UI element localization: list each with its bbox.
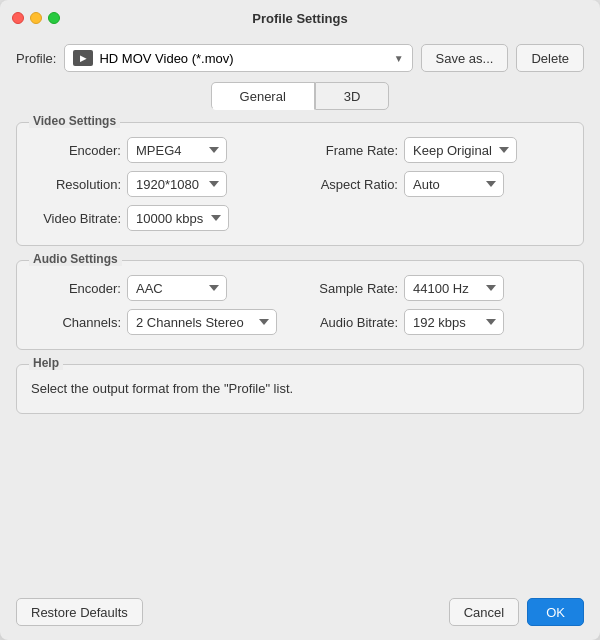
profile-value: HD MOV Video (*.mov) [99, 51, 233, 66]
audio-settings-title: Audio Settings [29, 252, 122, 266]
video-bitrate-select[interactable]: 10000 kbps [127, 205, 229, 231]
restore-defaults-button[interactable]: Restore Defaults [16, 598, 143, 626]
chevron-down-icon: ▼ [394, 53, 404, 64]
minimize-button[interactable] [30, 12, 42, 24]
resolution-select[interactable]: 1920*1080 [127, 171, 227, 197]
sample-rate-select[interactable]: 44100 Hz [404, 275, 504, 301]
cancel-button[interactable]: Cancel [449, 598, 519, 626]
encoder-label: Encoder: [31, 143, 121, 158]
footer-right: Cancel OK [449, 598, 584, 626]
encoder-row: Encoder: MPEG4 [31, 137, 292, 163]
audio-settings-section: Audio Settings Encoder: AAC Sample Rate:… [16, 260, 584, 350]
video-settings-grid: Encoder: MPEG4 Frame Rate: Keep Original… [31, 137, 569, 231]
save-as-button[interactable]: Save as... [421, 44, 509, 72]
titlebar: Profile Settings [0, 0, 600, 36]
frame-rate-label: Frame Rate: [308, 143, 398, 158]
content-area: Profile: ▶ HD MOV Video (*.mov) ▼ Save a… [0, 36, 600, 588]
frame-rate-select[interactable]: Keep Original [404, 137, 517, 163]
sample-rate-row: Sample Rate: 44100 Hz [308, 275, 569, 301]
video-settings-title: Video Settings [29, 114, 120, 128]
audio-bitrate-select[interactable]: 192 kbps [404, 309, 504, 335]
frame-rate-row: Frame Rate: Keep Original [308, 137, 569, 163]
video-bitrate-row: Video Bitrate: 10000 kbps [31, 205, 292, 231]
audio-encoder-label: Encoder: [31, 281, 121, 296]
audio-encoder-select[interactable]: AAC [127, 275, 227, 301]
maximize-button[interactable] [48, 12, 60, 24]
resolution-row: Resolution: 1920*1080 [31, 171, 292, 197]
audio-bitrate-label: Audio Bitrate: [308, 315, 398, 330]
window-title: Profile Settings [252, 11, 347, 26]
audio-encoder-row: Encoder: AAC [31, 275, 292, 301]
profile-label: Profile: [16, 51, 56, 66]
traffic-lights [12, 12, 60, 24]
channels-select[interactable]: 2 Channels Stereo [127, 309, 277, 335]
video-bitrate-label: Video Bitrate: [31, 211, 121, 226]
tab-general[interactable]: General [211, 82, 315, 110]
video-settings-section: Video Settings Encoder: MPEG4 Frame Rate… [16, 122, 584, 246]
aspect-ratio-select[interactable]: Auto [404, 171, 504, 197]
profile-dropdown[interactable]: ▶ HD MOV Video (*.mov) ▼ [64, 44, 412, 72]
footer: Restore Defaults Cancel OK [0, 588, 600, 640]
aspect-ratio-label: Aspect Ratio: [308, 177, 398, 192]
delete-button[interactable]: Delete [516, 44, 584, 72]
profile-format-icon: ▶ [73, 50, 93, 66]
help-section: Help Select the output format from the "… [16, 364, 584, 414]
window: Profile Settings Profile: ▶ HD MOV Video… [0, 0, 600, 640]
resolution-label: Resolution: [31, 177, 121, 192]
help-title: Help [29, 356, 63, 370]
close-button[interactable] [12, 12, 24, 24]
ok-button[interactable]: OK [527, 598, 584, 626]
audio-bitrate-row: Audio Bitrate: 192 kbps [308, 309, 569, 335]
encoder-select[interactable]: MPEG4 [127, 137, 227, 163]
help-text: Select the output format from the "Profi… [31, 379, 569, 399]
profile-row: Profile: ▶ HD MOV Video (*.mov) ▼ Save a… [16, 36, 584, 82]
tabs-row: General 3D [16, 82, 584, 110]
channels-row: Channels: 2 Channels Stereo [31, 309, 292, 335]
audio-settings-grid: Encoder: AAC Sample Rate: 44100 Hz Chann… [31, 275, 569, 335]
channels-label: Channels: [31, 315, 121, 330]
sample-rate-label: Sample Rate: [308, 281, 398, 296]
tab-3d[interactable]: 3D [315, 82, 390, 110]
aspect-ratio-row: Aspect Ratio: Auto [308, 171, 569, 197]
